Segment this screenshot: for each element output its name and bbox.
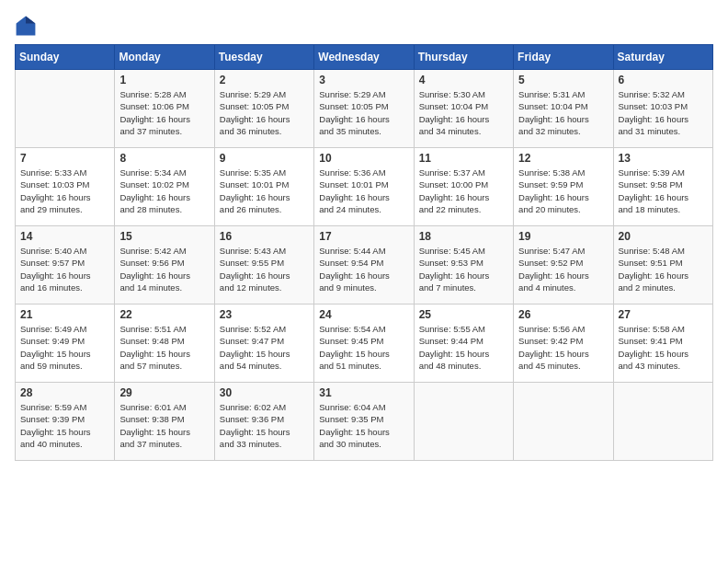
day-number: 22 <box>119 308 209 321</box>
calendar-cell: 7Sunrise: 5:33 AM Sunset: 10:03 PM Dayli… <box>16 148 115 226</box>
week-row-5: 28Sunrise: 5:59 AM Sunset: 9:39 PM Dayli… <box>16 383 713 461</box>
day-number: 16 <box>220 230 309 243</box>
day-info: Sunrise: 6:04 AM Sunset: 9:35 PM Dayligh… <box>319 401 408 450</box>
day-number: 29 <box>119 386 209 399</box>
calendar-cell: 8Sunrise: 5:34 AM Sunset: 10:02 PM Dayli… <box>115 148 214 226</box>
week-row-3: 14Sunrise: 5:40 AM Sunset: 9:57 PM Dayli… <box>16 226 713 304</box>
weekday-header-tuesday: Tuesday <box>214 45 313 70</box>
calendar-cell: 18Sunrise: 5:45 AM Sunset: 9:53 PM Dayli… <box>414 226 513 304</box>
calendar-cell: 27Sunrise: 5:58 AM Sunset: 9:41 PM Dayli… <box>613 304 712 383</box>
weekday-header-sunday: Sunday <box>16 45 115 70</box>
day-number: 20 <box>619 230 708 243</box>
day-number: 1 <box>119 74 209 86</box>
day-number: 11 <box>419 152 508 165</box>
day-number: 13 <box>619 152 708 165</box>
day-info: Sunrise: 5:31 AM Sunset: 10:04 PM Daylig… <box>518 88 608 137</box>
weekday-header-monday: Monday <box>115 45 214 70</box>
day-number: 18 <box>419 230 508 243</box>
day-number: 27 <box>619 308 708 321</box>
weekday-header-friday: Friday <box>514 45 613 70</box>
day-info: Sunrise: 5:44 AM Sunset: 9:54 PM Dayligh… <box>319 245 408 293</box>
page-header <box>15 15 713 37</box>
day-info: Sunrise: 5:58 AM Sunset: 9:41 PM Dayligh… <box>619 323 708 372</box>
calendar-cell: 24Sunrise: 5:54 AM Sunset: 9:45 PM Dayli… <box>314 304 414 383</box>
calendar-cell: 29Sunrise: 6:01 AM Sunset: 9:38 PM Dayli… <box>115 383 214 461</box>
logo-icon <box>15 15 37 37</box>
weekday-header-thursday: Thursday <box>414 45 513 70</box>
week-row-1: 1Sunrise: 5:28 AM Sunset: 10:06 PM Dayli… <box>16 70 713 148</box>
day-number: 10 <box>319 152 408 165</box>
calendar-cell: 3Sunrise: 5:29 AM Sunset: 10:05 PM Dayli… <box>314 70 414 148</box>
calendar-cell: 19Sunrise: 5:47 AM Sunset: 9:52 PM Dayli… <box>514 226 613 304</box>
calendar-cell: 31Sunrise: 6:04 AM Sunset: 9:35 PM Dayli… <box>314 383 414 461</box>
day-info: Sunrise: 5:42 AM Sunset: 9:56 PM Dayligh… <box>119 245 209 293</box>
calendar-cell: 12Sunrise: 5:38 AM Sunset: 9:59 PM Dayli… <box>514 148 613 226</box>
calendar-cell: 9Sunrise: 5:35 AM Sunset: 10:01 PM Dayli… <box>214 148 313 226</box>
day-number: 28 <box>20 386 109 399</box>
day-number: 19 <box>518 230 608 243</box>
calendar-cell: 11Sunrise: 5:37 AM Sunset: 10:00 PM Dayl… <box>414 148 513 226</box>
day-info: Sunrise: 5:54 AM Sunset: 9:45 PM Dayligh… <box>319 323 408 372</box>
day-number: 5 <box>518 74 608 86</box>
day-number: 14 <box>20 230 109 243</box>
calendar-cell: 26Sunrise: 5:56 AM Sunset: 9:42 PM Dayli… <box>514 304 613 383</box>
calendar-cell: 20Sunrise: 5:48 AM Sunset: 9:51 PM Dayli… <box>613 226 712 304</box>
calendar-cell: 6Sunrise: 5:32 AM Sunset: 10:03 PM Dayli… <box>613 70 712 148</box>
day-number: 23 <box>220 308 309 321</box>
calendar-cell: 28Sunrise: 5:59 AM Sunset: 9:39 PM Dayli… <box>16 383 115 461</box>
calendar-cell: 22Sunrise: 5:51 AM Sunset: 9:48 PM Dayli… <box>115 304 214 383</box>
day-info: Sunrise: 5:39 AM Sunset: 9:58 PM Dayligh… <box>619 167 708 215</box>
day-info: Sunrise: 5:33 AM Sunset: 10:03 PM Daylig… <box>20 167 109 215</box>
day-info: Sunrise: 5:40 AM Sunset: 9:57 PM Dayligh… <box>20 245 109 293</box>
calendar-cell <box>16 70 115 148</box>
day-info: Sunrise: 5:30 AM Sunset: 10:04 PM Daylig… <box>419 88 508 137</box>
day-number: 31 <box>319 386 408 399</box>
day-info: Sunrise: 5:28 AM Sunset: 10:06 PM Daylig… <box>119 88 209 137</box>
day-number: 4 <box>419 74 508 86</box>
day-number: 30 <box>220 386 309 399</box>
calendar-cell <box>613 383 712 461</box>
day-number: 6 <box>619 74 708 86</box>
day-number: 17 <box>319 230 408 243</box>
week-row-4: 21Sunrise: 5:49 AM Sunset: 9:49 PM Dayli… <box>16 304 713 383</box>
day-number: 9 <box>220 152 309 165</box>
day-info: Sunrise: 5:35 AM Sunset: 10:01 PM Daylig… <box>220 167 309 215</box>
day-number: 21 <box>20 308 109 321</box>
calendar-cell: 25Sunrise: 5:55 AM Sunset: 9:44 PM Dayli… <box>414 304 513 383</box>
week-row-2: 7Sunrise: 5:33 AM Sunset: 10:03 PM Dayli… <box>16 148 713 226</box>
day-info: Sunrise: 5:47 AM Sunset: 9:52 PM Dayligh… <box>518 245 608 293</box>
calendar-cell: 15Sunrise: 5:42 AM Sunset: 9:56 PM Dayli… <box>115 226 214 304</box>
day-info: Sunrise: 6:01 AM Sunset: 9:38 PM Dayligh… <box>119 401 209 450</box>
calendar-cell: 14Sunrise: 5:40 AM Sunset: 9:57 PM Dayli… <box>16 226 115 304</box>
day-number: 7 <box>20 152 109 165</box>
day-number: 15 <box>119 230 209 243</box>
day-info: Sunrise: 5:34 AM Sunset: 10:02 PM Daylig… <box>119 167 209 215</box>
calendar-cell: 4Sunrise: 5:30 AM Sunset: 10:04 PM Dayli… <box>414 70 513 148</box>
day-number: 2 <box>220 74 309 86</box>
day-info: Sunrise: 5:29 AM Sunset: 10:05 PM Daylig… <box>220 88 309 137</box>
day-number: 3 <box>319 74 408 86</box>
day-info: Sunrise: 5:55 AM Sunset: 9:44 PM Dayligh… <box>419 323 508 372</box>
calendar-cell: 30Sunrise: 6:02 AM Sunset: 9:36 PM Dayli… <box>214 383 313 461</box>
day-info: Sunrise: 5:32 AM Sunset: 10:03 PM Daylig… <box>619 88 708 137</box>
day-number: 26 <box>518 308 608 321</box>
day-number: 8 <box>119 152 209 165</box>
weekday-header-wednesday: Wednesday <box>314 45 414 70</box>
weekday-header-row: SundayMondayTuesdayWednesdayThursdayFrid… <box>16 45 713 70</box>
day-info: Sunrise: 5:52 AM Sunset: 9:47 PM Dayligh… <box>220 323 309 372</box>
calendar-cell <box>514 383 613 461</box>
day-info: Sunrise: 5:43 AM Sunset: 9:55 PM Dayligh… <box>220 245 309 293</box>
day-info: Sunrise: 5:56 AM Sunset: 9:42 PM Dayligh… <box>518 323 608 372</box>
day-info: Sunrise: 5:48 AM Sunset: 9:51 PM Dayligh… <box>619 245 708 293</box>
calendar-cell: 13Sunrise: 5:39 AM Sunset: 9:58 PM Dayli… <box>613 148 712 226</box>
calendar-cell: 2Sunrise: 5:29 AM Sunset: 10:05 PM Dayli… <box>214 70 313 148</box>
calendar-cell: 16Sunrise: 5:43 AM Sunset: 9:55 PM Dayli… <box>214 226 313 304</box>
day-info: Sunrise: 5:37 AM Sunset: 10:00 PM Daylig… <box>419 167 508 215</box>
calendar-cell: 21Sunrise: 5:49 AM Sunset: 9:49 PM Dayli… <box>16 304 115 383</box>
calendar-cell: 5Sunrise: 5:31 AM Sunset: 10:04 PM Dayli… <box>514 70 613 148</box>
calendar-table: SundayMondayTuesdayWednesdayThursdayFrid… <box>15 44 713 461</box>
calendar-cell: 17Sunrise: 5:44 AM Sunset: 9:54 PM Dayli… <box>314 226 414 304</box>
logo <box>15 15 40 37</box>
day-info: Sunrise: 5:51 AM Sunset: 9:48 PM Dayligh… <box>119 323 209 372</box>
calendar-cell: 1Sunrise: 5:28 AM Sunset: 10:06 PM Dayli… <box>115 70 214 148</box>
